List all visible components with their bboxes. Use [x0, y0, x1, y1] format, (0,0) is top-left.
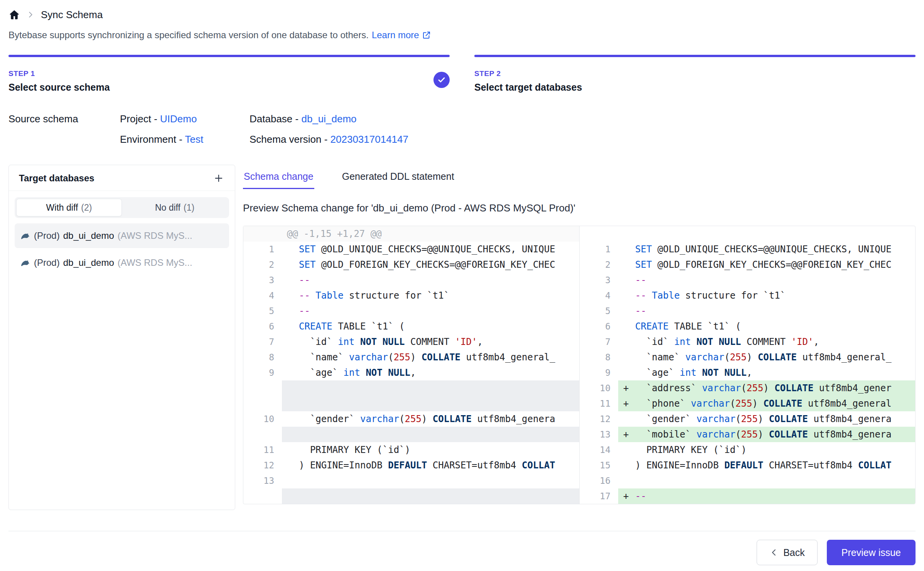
diff-add-marker: + — [618, 427, 635, 442]
preview-issue-button[interactable]: Preview issue — [827, 540, 916, 565]
diff-row: 1SET @OLD_UNIQUE_CHECKS=@@UNIQUE_CHECKS,… — [243, 242, 915, 257]
learn-more-link[interactable]: Learn more — [372, 29, 431, 41]
line-number: 5 — [580, 303, 618, 319]
diff-right-cell: 6CREATE TABLE `t1` ( — [579, 319, 915, 334]
code-text: `id` int NOT NULL COMMENT 'ID', — [635, 334, 819, 350]
diff-add-marker — [618, 272, 635, 288]
diff-left-cell: 5-- — [243, 303, 579, 319]
home-icon[interactable] — [8, 9, 20, 20]
line-number: 15 — [580, 458, 618, 473]
diff-add-marker — [618, 442, 635, 458]
diff-row: 7 `id` int NOT NULL COMMENT 'ID',7 `id` … — [243, 334, 915, 350]
line-number: 1 — [243, 242, 282, 257]
diff-left-cell — [243, 427, 579, 442]
code-text: SET @OLD_FOREIGN_KEY_CHECKS=@@FOREIGN_KE… — [635, 257, 892, 272]
line-number — [580, 226, 618, 242]
tab-no-diff[interactable]: No diff (1) — [122, 199, 228, 216]
line-number: 10 — [243, 411, 282, 427]
diff-left-cell: 3-- — [243, 272, 579, 288]
check-circle-icon — [433, 72, 450, 88]
diff-left-cell: @@ -1,15 +1,27 @@ — [243, 226, 579, 242]
code-line: `name` varchar(255) COLLATE utf8mb4_gene… — [282, 350, 579, 365]
code-text: -- — [635, 272, 646, 288]
code-text: `phone` varchar(255) COLLATE utf8mb4_gen… — [635, 396, 892, 411]
target-database-item[interactable]: (Prod) db_ui_demo (AWS RDS MyS... — [15, 223, 229, 248]
line-number: 11 — [243, 442, 282, 458]
schema-diff-viewer[interactable]: @@ -1,15 +1,27 @@1SET @OLD_UNIQUE_CHECKS… — [243, 226, 916, 504]
diff-add-marker — [282, 319, 299, 334]
diff-add-marker — [282, 288, 299, 303]
diff-right-cell: 9 `age` int NOT NULL, — [579, 365, 915, 380]
diff-left-cell — [243, 380, 579, 396]
diff-left-cell: 2SET @OLD_FOREIGN_KEY_CHECKS=@@FOREIGN_K… — [243, 257, 579, 272]
diff-right-cell — [579, 226, 915, 242]
diff-row: 6CREATE TABLE `t1` (6CREATE TABLE `t1` ( — [243, 319, 915, 334]
code-line: PRIMARY KEY (`id`) — [282, 442, 579, 458]
diff-left-cell: 1SET @OLD_UNIQUE_CHECKS=@@UNIQUE_CHECKS,… — [243, 242, 579, 257]
tab-generated-ddl[interactable]: Generated DDL statement — [341, 169, 455, 189]
line-number — [243, 488, 282, 504]
diff-add-marker — [282, 242, 299, 257]
code-line — [282, 380, 579, 396]
stepper: STEP 1 Select source schema STEP 2 Selec… — [8, 55, 916, 93]
diff-right-cell: 14 PRIMARY KEY (`id`) — [579, 442, 915, 458]
diff-right-cell: 2SET @OLD_FOREIGN_KEY_CHECKS=@@FOREIGN_K… — [579, 257, 915, 272]
diff-add-marker — [282, 458, 299, 473]
code-text: ) ENGINE=InnoDB DEFAULT CHARSET=utf8mb4 … — [299, 458, 555, 473]
plus-icon — [213, 173, 224, 184]
step-2-label: STEP 2 — [474, 69, 916, 78]
code-line: +-- — [618, 488, 915, 504]
diff-right-cell: 5-- — [579, 303, 915, 319]
diff-add-marker — [282, 303, 299, 319]
line-number — [243, 427, 282, 442]
diff-left-cell: 6CREATE TABLE `t1` ( — [243, 319, 579, 334]
add-target-database-button[interactable] — [212, 172, 225, 184]
target-panel-title: Target databases — [19, 173, 94, 184]
line-number: 9 — [243, 365, 282, 380]
diff-add-marker: + — [618, 380, 635, 396]
db-name: db_ui_demo — [63, 257, 114, 268]
diff-add-marker — [618, 411, 635, 427]
line-number: 8 — [243, 350, 282, 365]
diff-add-marker: + — [618, 396, 635, 411]
line-number: 4 — [243, 288, 282, 303]
tab-schema-change[interactable]: Schema change — [243, 169, 314, 189]
code-line: PRIMARY KEY (`id`) — [618, 442, 915, 458]
target-database-item[interactable]: (Prod) db_ui_demo (AWS RDS MyS... — [15, 250, 229, 275]
intro: Bytebase supports synchronizing a specif… — [8, 29, 916, 41]
diff-add-marker — [618, 242, 635, 257]
learn-more-label: Learn more — [372, 29, 419, 41]
code-line: CREATE TABLE `t1` ( — [282, 319, 579, 334]
code-text: `age` int NOT NULL, — [299, 365, 416, 380]
environment-link[interactable]: Test — [185, 133, 204, 145]
back-button[interactable]: Back — [757, 540, 818, 565]
main-content: Target databases With diff (2) No diff (… — [8, 165, 916, 510]
code-line — [282, 488, 579, 504]
tab-with-diff[interactable]: With diff (2) — [16, 199, 122, 216]
external-link-icon — [422, 30, 431, 40]
code-text: `name` varchar(255) COLLATE utf8mb4_gene… — [635, 350, 892, 365]
diff-body: @@ -1,15 +1,27 @@1SET @OLD_UNIQUE_CHECKS… — [243, 226, 915, 504]
diff-left-cell: 13 — [243, 473, 579, 488]
line-number: 16 — [580, 473, 618, 488]
diff-row: 2SET @OLD_FOREIGN_KEY_CHECKS=@@FOREIGN_K… — [243, 257, 915, 272]
diff-row: 8 `name` varchar(255) COLLATE utf8mb4_ge… — [243, 350, 915, 365]
database-link[interactable]: db_ui_demo — [301, 113, 356, 125]
project-link[interactable]: UIDemo — [160, 113, 197, 125]
preview-tabs: Schema change Generated DDL statement — [243, 169, 916, 189]
code-text: CREATE TABLE `t1` ( — [299, 319, 405, 334]
code-text: `gender` varchar(255) COLLATE utf8mb4_ge… — [299, 411, 555, 427]
line-number: 14 — [580, 442, 618, 458]
step-1: STEP 1 Select source schema — [8, 55, 450, 93]
target-panel-header: Target databases — [9, 165, 235, 191]
code-text: `address` varchar(255) COLLATE utf8mb4_g… — [635, 380, 892, 396]
code-text: CREATE TABLE `t1` ( — [635, 319, 741, 334]
step-2-progress-bar — [474, 55, 916, 57]
code-line: -- Table structure for `t1` — [282, 288, 579, 303]
line-number: 3 — [243, 272, 282, 288]
diff-right-cell: 13+ `mobile` varchar(255) COLLATE utf8mb… — [579, 427, 915, 442]
code-line: `age` int NOT NULL, — [618, 365, 915, 380]
line-number: 17 — [580, 488, 618, 504]
code-line — [618, 473, 915, 488]
schema-version-link[interactable]: 20230317014147 — [330, 133, 408, 145]
